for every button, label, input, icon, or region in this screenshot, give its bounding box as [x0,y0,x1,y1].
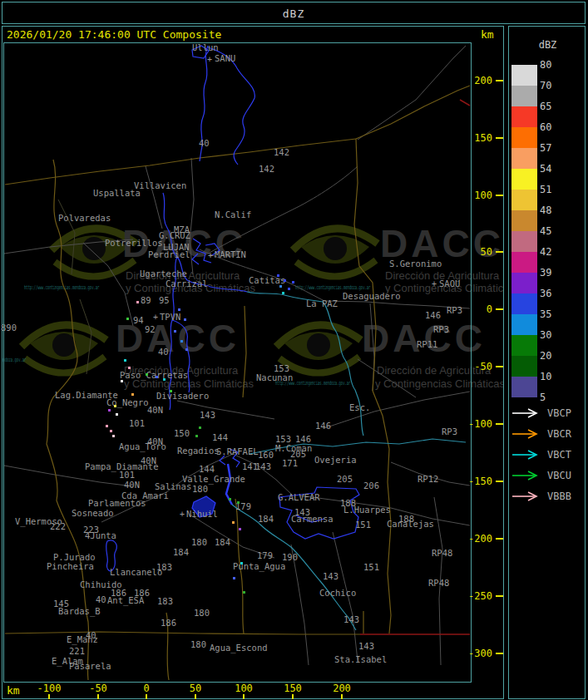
colorbar-swatch [511,190,537,210]
colorbar-swatch [511,65,537,86]
station-legend-label: VBCR [547,429,571,440]
station-arrow-icon [511,450,541,460]
dacc-logo [17,303,111,388]
colorbar-value-label: 54 [540,163,568,175]
station-legend-label: VBCP [547,408,571,419]
window-title: dBZ [2,7,585,20]
station-legend-row: VBCP [511,408,585,420]
station-legend-label: VBCU [547,471,571,481]
radar-map-panel: DACCDirección de Agriculturay Contingenc… [2,26,504,699]
colorbar-value-label: 65 [540,101,568,112]
colorbar-value-label: 39 [540,267,568,279]
title-bar: dBZ [2,2,586,24]
station-legend-row: VBBB [511,491,585,503]
colorbar-swatch [511,210,537,231]
colorbar-swatch [511,335,537,356]
station-legend-label: VBBB [547,491,571,502]
dacc-watermark-acronym: DACC [116,318,240,358]
colorbar-value-label: 36 [540,288,568,299]
dacc-logo-eye-icon [17,303,111,388]
colorbar-value-label: 70 [540,80,568,91]
dacc-watermark-line2: y Contingencias Climáticas [124,378,254,390]
colorbar-value-label: 30 [540,329,568,341]
dacc-watermark-line2: y Contingencias Climáticas [126,283,255,294]
colorbar-swatch [511,231,537,252]
station-arrow-icon [511,429,541,439]
dacc-logo [272,303,365,388]
dacc-watermark-acronym: DACC [380,224,504,264]
radar-app-window: dBZ DACCDirección de Agriculturay Contin… [0,0,588,700]
colorbar-value-label: 48 [540,205,568,216]
colorbar-value-label: 5 [540,392,568,403]
dacc-watermark-acronym: DACC [362,318,486,358]
colorbar-value-label: 20 [540,350,568,362]
colorbar-swatch [511,293,537,314]
colorbar-swatch [511,356,537,377]
colorbar-panel: dBZ 807065605754514845423936353020105VBC… [508,26,586,699]
dacc-watermark-url: http://www.contingencias.mendoza.gov.ar [275,380,350,387]
dacc-logo [289,207,382,292]
colorbar-value-label: 57 [540,142,568,154]
colorbar-title: dBZ [509,39,586,51]
colorbar-swatch [511,252,537,273]
station-legend-row: VBCU [511,471,585,482]
colorbar-value-label: 10 [540,371,568,382]
dacc-logo-eye-icon [289,207,382,292]
colorbar-swatch [511,314,537,335]
dacc-watermark-acronym: DACC [122,224,246,264]
station-legend-row: VBCR [511,429,585,441]
dacc-watermark-line2: y Contingencias Climáticas [375,378,504,390]
dacc-watermark-url: http://www.contingencias.mendoza.gov.ar [24,284,99,291]
colorbar-swatch [511,127,537,148]
colorbar-swatch [511,106,537,127]
dacc-watermark-line1: Dirección de Agricultura [385,270,499,282]
dacc-watermark-line1: Dirección de Agricultura [126,270,240,282]
dacc-watermark-url: http://www.contingencias.mendoza.gov.ar [2,357,26,363]
colorbar-swatch [511,377,537,397]
colorbar-value-label: 51 [540,184,568,195]
colorbar-value-label: 35 [540,308,568,320]
colorbar-swatch [511,148,537,169]
dacc-logo-eye-icon [272,303,365,388]
colorbar-value-label: 60 [540,121,568,133]
dacc-watermark-line2: y Contingencias Climáticas [385,283,504,294]
colorbar-value-label: 80 [540,59,568,71]
station-legend-row: VBCT [511,450,585,461]
colorbar-swatch [511,86,537,106]
dacc-watermark-line1: Dirección de Agricultura [377,365,491,377]
station-arrow-icon [511,491,541,501]
dacc-watermark-line1: Dirección de Agricultura [124,365,238,377]
colorbar-swatch [511,273,537,293]
station-arrow-icon [511,408,541,418]
colorbar-value-label: 45 [540,225,568,237]
colorbar-value-label: 42 [540,246,568,258]
dacc-watermark-url: http://www.contingencias.mendoza.gov.ar [295,284,370,291]
colorbar-swatch [511,169,537,190]
station-arrow-icon [511,471,541,481]
station-legend-label: VBCT [547,450,571,461]
